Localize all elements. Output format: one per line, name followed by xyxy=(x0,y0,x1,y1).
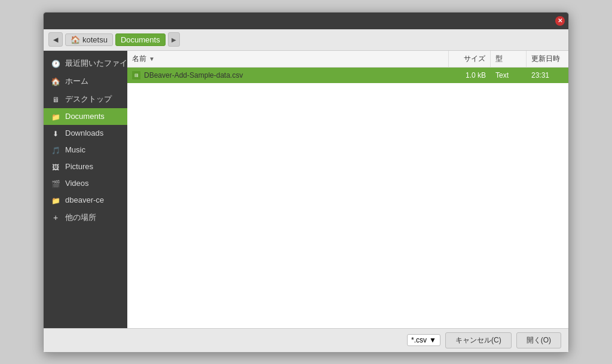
main-area: 最近開いたファイル ホーム デスクトップ Documents Downloads… xyxy=(44,51,568,328)
filter-arrow-icon: ▼ xyxy=(429,336,436,344)
column-size[interactable]: サイズ xyxy=(449,51,491,67)
music-icon xyxy=(51,145,60,155)
file-list-header: 名前 ▼ サイズ 型 更新日時 xyxy=(127,51,568,68)
content-area: 名前 ▼ サイズ 型 更新日時 ▤ DBeaver-Add-S xyxy=(127,51,568,328)
breadcrumb-current[interactable]: Documents xyxy=(115,33,166,46)
close-button[interactable]: ✕ xyxy=(555,16,565,26)
videos-icon xyxy=(51,179,60,188)
filter-select[interactable]: *.csv ▼ xyxy=(407,334,440,346)
sidebar-item-other[interactable]: 他の場所 xyxy=(44,209,127,227)
sidebar: 最近開いたファイル ホーム デスクトップ Documents Downloads… xyxy=(44,51,127,328)
dbeaver-icon xyxy=(51,195,60,205)
sidebar-item-recent[interactable]: 最近開いたファイル xyxy=(44,54,127,72)
sidebar-item-pictures[interactable]: Pictures xyxy=(44,158,127,175)
sidebar-item-documents[interactable]: Documents xyxy=(44,108,127,125)
sort-arrow-icon: ▼ xyxy=(149,56,155,62)
file-size-cell: 1.0 kB xyxy=(449,71,491,79)
file-list: ▤ DBeaver-Add-Sample-data.csv 1.0 kB Tex… xyxy=(127,68,568,328)
sidebar-item-home[interactable]: ホーム xyxy=(44,72,127,90)
sidebar-item-dbeaver[interactable]: dbeaver-ce xyxy=(44,192,127,209)
home-icon: 🏠 xyxy=(71,35,80,44)
home-icon xyxy=(51,77,60,86)
file-name-cell: ▤ DBeaver-Add-Sample-data.csv xyxy=(127,71,449,79)
file-row[interactable]: ▤ DBeaver-Add-Sample-data.csv 1.0 kB Tex… xyxy=(127,68,568,83)
column-name[interactable]: 名前 ▼ xyxy=(127,51,449,67)
back-button[interactable]: ◀ xyxy=(48,32,63,47)
column-date[interactable]: 更新日時 xyxy=(527,51,568,67)
sidebar-item-desktop[interactable]: デスクトップ xyxy=(44,90,127,108)
sidebar-item-downloads[interactable]: Downloads xyxy=(44,125,127,142)
column-type[interactable]: 型 xyxy=(491,51,527,67)
pictures-icon xyxy=(51,162,60,172)
desktop-icon xyxy=(51,94,60,104)
recent-icon xyxy=(51,59,60,68)
breadcrumb-more-button[interactable]: ▶ xyxy=(168,32,180,47)
sidebar-item-videos[interactable]: Videos xyxy=(44,175,127,192)
toolbar: ◀ 🏠 kotetsu Documents ▶ xyxy=(44,29,568,51)
download-icon xyxy=(51,129,60,138)
title-bar: ✕ xyxy=(44,13,568,29)
file-type-cell: Text xyxy=(491,71,527,79)
csv-icon: ▤ xyxy=(132,71,140,79)
open-button[interactable]: 開く(O) xyxy=(516,332,561,348)
breadcrumb-home[interactable]: 🏠 kotetsu xyxy=(65,33,113,46)
sidebar-item-music[interactable]: Music xyxy=(44,142,127,158)
file-date-cell: 23:31 xyxy=(527,71,568,79)
plus-icon xyxy=(51,213,60,222)
folder-icon xyxy=(51,112,60,121)
file-dialog: ✕ ◀ 🏠 kotetsu Documents ▶ 最近開いたファイル ホーム xyxy=(43,12,569,353)
bottom-bar: *.csv ▼ キャンセル(C) 開く(O) xyxy=(44,328,568,352)
cancel-button[interactable]: キャンセル(C) xyxy=(445,332,512,348)
